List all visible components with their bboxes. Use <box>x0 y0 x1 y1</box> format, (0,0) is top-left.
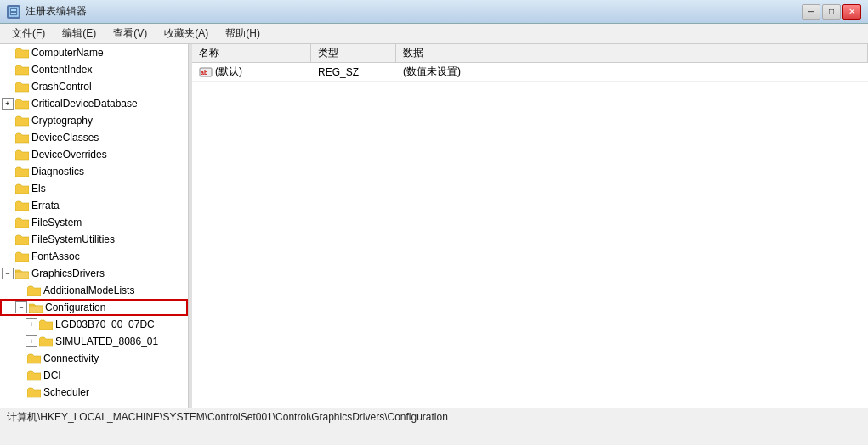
folder-icon-criticalDeviceDatabase <box>15 98 29 110</box>
folder-icon-connectivity <box>27 352 41 364</box>
tree-item-fileSystemUtilities[interactable]: FileSystemUtilities <box>0 231 188 248</box>
restore-button[interactable]: □ <box>822 4 841 20</box>
tree-item-contentIndex[interactable]: ContentIndex <box>0 61 188 78</box>
tree-label-criticalDeviceDatabase: CriticalDeviceDatabase <box>31 98 138 110</box>
right-panel-header: 名称 类型 数据 <box>192 44 868 63</box>
svg-marker-13 <box>15 218 29 228</box>
tree-item-graphicsDrivers[interactable]: − GraphicsDrivers <box>0 265 188 282</box>
tree-item-computerName[interactable]: ComputerName <box>0 44 188 61</box>
tree-label-configuration: Configuration <box>45 301 105 313</box>
svg-marker-14 <box>15 235 29 245</box>
tree-item-deviceClasses[interactable]: DeviceClasses <box>0 129 188 146</box>
tree-label-computerName: ComputerName <box>31 47 104 59</box>
svg-marker-18 <box>27 286 41 296</box>
expand-btn-configuration[interactable]: − <box>15 301 27 313</box>
tree-label-errata: Errata <box>31 200 60 211</box>
menu-edit[interactable]: 编辑(E) <box>54 25 105 42</box>
tree-label-lgd: LGD03B70_00_07DC_ <box>55 318 160 330</box>
menu-favorites[interactable]: 收藏夹(A) <box>156 25 217 42</box>
tree-item-criticalDeviceDatabase[interactable]: + CriticalDeviceDatabase <box>0 95 188 112</box>
menu-file[interactable]: 文件(F) <box>3 25 54 42</box>
tree-item-configuration[interactable]: − Configuration <box>0 299 188 316</box>
menu-help[interactable]: 帮助(H) <box>217 25 269 42</box>
table-row[interactable]: ab (默认)REG_SZ(数值未设置) <box>192 63 868 82</box>
col-header-data: 数据 <box>396 44 868 62</box>
main-layout: ComputerName ContentIndex CrashControl+ … <box>0 44 868 426</box>
right-rows-container: ab (默认)REG_SZ(数值未设置) <box>192 63 868 82</box>
window-title: 注册表编辑器 <box>26 4 87 19</box>
svg-marker-23 <box>27 354 41 363</box>
folder-icon-diagnostics <box>15 166 29 177</box>
tree-label-deviceClasses: DeviceClasses <box>31 132 99 144</box>
folder-icon-dci <box>27 369 41 381</box>
tree-item-fileSystem[interactable]: FileSystem <box>0 214 188 231</box>
tree-item-errata[interactable]: Errata <box>0 197 188 214</box>
tree-label-els: Els <box>31 183 46 194</box>
row-type-cell: REG_SZ <box>311 63 396 81</box>
folder-icon-fileSystemUtilities <box>15 234 29 245</box>
svg-rect-20 <box>29 306 43 313</box>
menu-bar: 文件(F) 编辑(E) 查看(V) 收藏夹(A) 帮助(H) <box>0 24 868 44</box>
tree-label-deviceOverrides: DeviceOverrides <box>31 149 107 161</box>
folder-icon-cryptography <box>15 115 29 127</box>
tree-item-crashControl[interactable]: CrashControl <box>0 78 188 95</box>
minimize-button[interactable]: ─ <box>802 4 820 20</box>
tree-item-els[interactable]: Els <box>0 180 188 197</box>
tree-item-deviceOverrides[interactable]: DeviceOverrides <box>0 146 188 163</box>
row-data-cell: (数值未设置) <box>396 63 868 81</box>
tree-item-additionalModeLists[interactable]: AdditionalModeLists <box>0 282 188 299</box>
status-text: 计算机\HKEY_LOCAL_MACHINE\SYSTEM\ControlSet… <box>7 410 448 425</box>
folder-icon-lgd <box>39 318 53 330</box>
tree-label-connectivity: Connectivity <box>43 352 99 364</box>
tree-item-scheduler[interactable]: Scheduler <box>0 384 188 401</box>
expand-btn-criticalDeviceDatabase[interactable]: + <box>2 98 14 110</box>
svg-marker-22 <box>39 337 53 346</box>
col-header-name: 名称 <box>192 44 311 62</box>
folder-icon-crashControl <box>15 81 29 93</box>
svg-marker-15 <box>15 252 29 262</box>
status-bar: 计算机\HKEY_LOCAL_MACHINE\SYSTEM\ControlSet… <box>0 408 868 426</box>
folder-icon-computerName <box>15 47 29 59</box>
tree-item-diagnostics[interactable]: Diagnostics <box>0 163 188 180</box>
svg-text:ab: ab <box>201 70 207 76</box>
folder-icon-configuration <box>29 301 43 313</box>
svg-marker-8 <box>15 133 29 143</box>
expand-btn-graphicsDrivers[interactable]: − <box>2 268 14 279</box>
folder-icon-additionalModeLists <box>27 284 41 296</box>
close-button[interactable]: ✕ <box>842 4 861 20</box>
svg-marker-7 <box>15 116 29 126</box>
tree-label-cryptography: Cryptography <box>31 115 93 127</box>
tree-item-connectivity[interactable]: Connectivity <box>0 350 188 367</box>
svg-marker-10 <box>15 167 29 177</box>
folder-icon-fontAssoc <box>15 251 29 262</box>
svg-marker-6 <box>15 99 29 109</box>
svg-marker-21 <box>39 320 53 330</box>
tree-item-fontAssoc[interactable]: FontAssoc <box>0 248 188 265</box>
content-area: ComputerName ContentIndex CrashControl+ … <box>0 44 868 408</box>
tree-label-scheduler: Scheduler <box>43 386 89 398</box>
tree-item-cryptography[interactable]: Cryptography <box>0 112 188 129</box>
tree-label-fileSystemUtilities: FileSystemUtilities <box>31 234 115 245</box>
expand-btn-lgd[interactable]: + <box>26 318 37 330</box>
svg-marker-11 <box>15 184 29 194</box>
title-bar-left: 注册表编辑器 <box>7 4 87 19</box>
tree-label-fontAssoc: FontAssoc <box>31 251 80 262</box>
folder-icon-els <box>15 183 29 194</box>
tree-panel[interactable]: ComputerName ContentIndex CrashControl+ … <box>0 44 189 408</box>
folder-icon-deviceOverrides <box>15 149 29 161</box>
tree-label-crashControl: CrashControl <box>31 81 92 93</box>
tree-item-lgd[interactable]: + LGD03B70_00_07DC_ <box>0 316 188 333</box>
title-bar: 注册表编辑器 ─ □ ✕ <box>0 0 868 24</box>
folder-icon-deviceClasses <box>15 132 29 144</box>
menu-view[interactable]: 查看(V) <box>105 25 156 42</box>
svg-marker-4 <box>15 65 29 75</box>
tree-label-graphicsDrivers: GraphicsDrivers <box>31 268 105 279</box>
tree-item-simulated[interactable]: + SIMULATED_8086_01 <box>0 333 188 350</box>
row-name-cell: ab (默认) <box>192 63 311 81</box>
folder-icon-fileSystem <box>15 217 29 228</box>
tree-label-simulated: SIMULATED_8086_01 <box>55 335 158 347</box>
tree-item-dci[interactable]: DCI <box>0 367 188 384</box>
reg-value-icon: ab <box>199 65 215 78</box>
svg-marker-5 <box>15 82 29 92</box>
expand-btn-simulated[interactable]: + <box>26 335 37 347</box>
